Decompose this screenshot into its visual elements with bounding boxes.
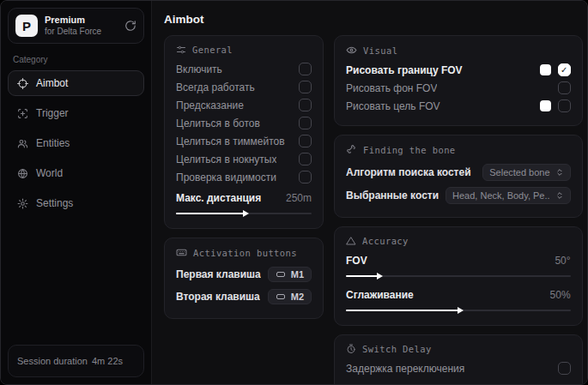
slider-fill <box>176 213 244 214</box>
sidebar-spacer <box>8 220 144 345</box>
toggle-row-prediction: Предсказание <box>176 96 312 114</box>
smoothing-slider[interactable] <box>346 306 571 315</box>
activation-header-label: Activation buttons <box>193 248 297 258</box>
sidebar-item-label: Trigger <box>36 107 69 119</box>
slider-thumb[interactable] <box>243 210 249 217</box>
accuracy-header-label: Accuracy <box>362 236 409 246</box>
max-distance-row: Макс. дистанция 250m <box>176 189 312 207</box>
fov-label: FOV <box>346 255 367 267</box>
general-header: General <box>176 45 312 55</box>
accuracy-header: Accuracy <box>346 236 571 246</box>
selected-bones-label: Выбранные кости <box>346 189 439 202</box>
tune-icon <box>176 45 186 55</box>
checkbox-always-work[interactable] <box>299 81 312 93</box>
mouse-key-icon <box>276 269 286 280</box>
sidebar-item-label: Aimbot <box>36 77 68 89</box>
sidebar-item-label: World <box>36 167 63 179</box>
checkbox-draw-fov-bg[interactable] <box>558 81 571 94</box>
right-column: Visual Рисовать границу FOV Рисовать фон… <box>334 35 583 384</box>
toggle-label: Предсказание <box>176 99 244 111</box>
draw-fov-bg-row: Рисовать фон FOV <box>346 79 571 97</box>
globe-icon <box>17 168 28 179</box>
switch-delay-ms-row: Задержка переключения (мс) 1000 ms <box>346 379 571 384</box>
color-swatch[interactable] <box>540 64 551 75</box>
category-label: Category <box>13 55 139 64</box>
checkbox-draw-fov-target[interactable] <box>558 99 571 112</box>
mouse-key-icon <box>276 292 286 302</box>
brand-subtitle: for Delta Force <box>45 27 118 38</box>
session-value: 4m 22s <box>92 356 123 366</box>
switch-delay-ms-label: Задержка переключения (мс) <box>346 382 495 385</box>
slider-fill <box>346 275 378 277</box>
checkbox-draw-fov-border[interactable] <box>558 63 571 76</box>
second-key-button[interactable]: M2 <box>268 289 312 304</box>
switch-delay-header: Switch Delay <box>346 344 571 354</box>
color-swatch[interactable] <box>540 100 551 111</box>
smoothing-row: Сглаживание 50% <box>346 286 571 304</box>
switch-delay-toggle-label: Задержка переключения <box>346 363 464 375</box>
accuracy-card: Accuracy FOV 50° Сглаживание 5 <box>334 226 583 326</box>
checkbox-enable[interactable] <box>299 63 312 75</box>
sidebar-item-entities[interactable]: Entities <box>8 130 144 156</box>
bone-algorithm-label: Алгоритм поиска костей <box>346 166 471 178</box>
toggle-row-target-knocked: Целиться в нокнутых <box>176 150 312 168</box>
first-key-button[interactable]: M1 <box>268 267 312 282</box>
fov-slider[interactable] <box>346 272 571 280</box>
activation-card: Activation buttons Первая клавиша M1 <box>164 238 324 319</box>
toggle-label: Целиться в ботов <box>176 117 260 129</box>
switch-delay-ms-value: 1000 ms <box>531 382 571 385</box>
switch-delay-card: Switch Delay Задержка переключения Задер… <box>334 334 583 384</box>
session-card: Session duration 4m 22s <box>8 345 144 377</box>
switch-delay-header-label: Switch Delay <box>362 344 432 354</box>
sidebar-item-aimbot[interactable]: Aimbot <box>8 70 144 96</box>
sidebar-item-settings[interactable]: Settings <box>8 190 144 216</box>
chevrons-up-down-icon <box>555 168 564 177</box>
first-key-value: M1 <box>291 269 304 280</box>
sidebar-item-label: Settings <box>36 197 73 209</box>
selected-bones-row: Выбранные кости Head, Neck, Body, Pe.. <box>346 183 571 207</box>
selected-bones-select[interactable]: Head, Neck, Body, Pe.. <box>446 187 571 204</box>
keyboard-icon <box>176 247 187 258</box>
checkbox-target-teammates[interactable] <box>299 135 312 147</box>
smoothing-value: 50% <box>550 289 571 301</box>
sidebar-item-world[interactable]: World <box>8 160 144 186</box>
toggle-row-always-work: Всегда работать <box>176 78 312 96</box>
slider-thumb[interactable] <box>377 273 383 280</box>
checkbox-visibility-check[interactable] <box>299 171 312 183</box>
switch-delay-toggle-row: Задержка переключения <box>346 359 571 377</box>
toggle-label: Целиться в тиммейтов <box>176 135 285 147</box>
selected-bones-value: Head, Neck, Body, Pe.. <box>452 190 550 201</box>
brand-card: P Premium for Delta Force <box>8 8 144 44</box>
visual-card: Visual Рисовать границу FOV Рисовать фон… <box>334 35 583 126</box>
draw-fov-target-row: Рисовать цель FOV <box>346 97 571 115</box>
slider-thumb[interactable] <box>458 307 464 314</box>
max-distance-value: 250m <box>286 192 312 204</box>
max-distance-slider[interactable] <box>176 209 312 218</box>
gear-icon <box>17 198 28 209</box>
toggle-row-target-teammates: Целиться в тиммейтов <box>176 132 312 150</box>
checkbox-prediction[interactable] <box>299 99 312 111</box>
left-column: General Включить Всегда работать Предска… <box>164 35 324 319</box>
toggle-row-visibility-check: Проверка видимости <box>176 168 312 186</box>
sidebar-item-trigger[interactable]: Trigger <box>8 100 144 126</box>
checkbox-switch-delay[interactable] <box>558 362 571 375</box>
refresh-icon[interactable] <box>124 20 136 32</box>
bone-header: Finding the bone <box>346 144 571 155</box>
checkbox-target-bots[interactable] <box>299 117 312 129</box>
draw-fov-bg-controls <box>558 81 571 94</box>
second-key-value: M2 <box>291 292 304 302</box>
checkbox-target-knocked[interactable] <box>299 153 312 165</box>
bone-card: Finding the bone Алгоритм поиска костей … <box>334 135 583 218</box>
smoothing-label: Сглаживание <box>346 289 414 301</box>
bone-algorithm-select[interactable]: Selected bone <box>482 164 570 181</box>
first-key-label: Первая клавиша <box>176 268 261 280</box>
toggle-label: Всегда работать <box>176 81 255 93</box>
eye-icon <box>346 45 357 56</box>
slider-fill <box>346 310 458 311</box>
first-key-row: Первая клавиша M1 <box>176 263 312 286</box>
toggle-label: Проверка видимости <box>176 171 276 183</box>
draw-fov-border-row: Рисовать границу FOV <box>346 61 571 79</box>
visual-header: Visual <box>346 45 571 56</box>
crosshair-icon <box>17 78 28 89</box>
visual-header-label: Visual <box>363 45 397 56</box>
